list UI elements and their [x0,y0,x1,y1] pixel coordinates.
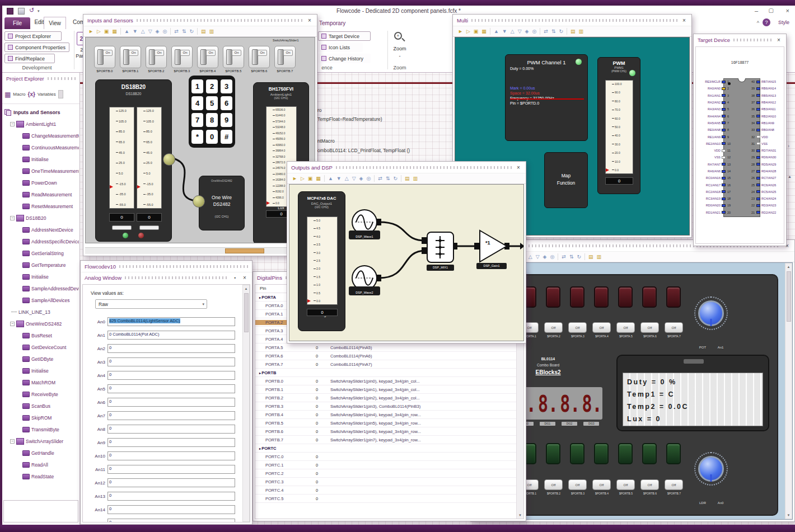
toolbar-icon[interactable]: ▥ [413,176,418,181]
keypad-key[interactable]: 3 [221,79,232,93]
toolbar-icon[interactable]: ▦ [112,29,117,34]
toolbar-icon[interactable]: △ [141,29,145,34]
toolbar-icon[interactable]: ↻ [577,255,581,260]
keypad-key[interactable]: 5 [206,96,218,110]
digital-pin-row[interactable]: PORTC.1 0 [255,461,523,469]
off-button[interactable]: Off [665,322,683,333]
pin-label-right[interactable]: RB1/AN9 [760,121,784,125]
keypad-key[interactable]: 4 [191,96,203,110]
digital-pin-row[interactable]: PORTB.6 0 SwitchArraySlider1(pin6), keyp… [255,427,523,436]
off-button[interactable]: Off [592,479,611,490]
off-button[interactable]: Off [544,322,563,333]
close-icon[interactable]: × [515,164,522,171]
pin-label-left[interactable]: RA6/AN6 [697,170,722,173]
pin-pad-icon[interactable] [722,204,726,207]
ribbon-collapse-icon[interactable]: ^ [757,20,759,26]
pin-pad-icon[interactable] [722,177,726,180]
scroll-up-icon[interactable]: ▲ [785,265,792,269]
board-vscrollbar[interactable]: ▲ ▼ [785,263,792,519]
ldr-knob[interactable] [698,456,724,482]
toolbar-icon[interactable] [567,28,567,35]
toolbar-icon[interactable]: ◈ [543,255,547,260]
digital-pin-row[interactable]: PORTC.2 0 [255,469,523,478]
pin-pad-icon[interactable] [722,156,726,159]
pin-label-right[interactable]: RC5/AN25 [760,190,784,194]
off-button[interactable]: Off [568,322,587,333]
tree-item[interactable]: − GetIDByte [3,353,79,365]
slider-switch[interactable]: On [171,46,193,68]
digital-pin-row[interactable]: PORTB.4 0 SwitchArraySlider1(pin4), keyp… [255,411,523,419]
pin-pad-icon[interactable] [722,135,726,138]
toolbar-icon[interactable] [324,175,325,182]
pin-label-right[interactable]: RC4/AN24 [760,197,784,200]
off-button[interactable]: Off [616,479,635,490]
tree-item[interactable]: − Inputs and Sensors [3,106,79,118]
tab-view[interactable]: View [44,17,66,29]
digital-pin-row[interactable]: PORTC.5 0 [255,495,523,503]
toolbar-icon[interactable]: ▦ [316,176,321,181]
zoom-minus[interactable]: - [390,53,410,59]
pin-label-right[interactable]: RB3/AN11 [760,107,784,111]
pin-label-left[interactable]: RA7/AN7 [697,163,722,166]
tab-file[interactable]: File [4,17,30,29]
pin-label-left[interactable]: RA4/AN4 [697,115,722,118]
toolbar-icon[interactable]: ◎ [366,176,371,181]
pin-label-left[interactable]: RA3/AN3 [697,107,722,111]
toolbar-icon[interactable]: ▦ [481,29,487,34]
toolbar-icon[interactable]: ◎ [550,255,554,260]
collapse-toggle-icon[interactable]: − [10,439,15,444]
tree-item[interactable]: − PowerDown [3,177,79,189]
tree-item[interactable]: − Initialise [3,153,79,165]
digital-pin-row[interactable]: PORTA.5 0 ComboBL0114(PinA5) [255,343,523,352]
keypad-key[interactable]: 2 [206,79,218,93]
tree-item[interactable]: − ReadMeasurement [3,189,79,200]
dsp-wave1-component[interactable]: DSP_Wave1 [349,209,380,239]
pin-label-right[interactable]: RB0/AN8 [760,128,784,131]
keypad-key[interactable]: 1 [191,79,203,93]
digital-pin-row[interactable]: PORTB.3 0 SwitchArraySlider1(pin3), Comb… [255,402,523,411]
toolbar-icon[interactable]: ⇅ [386,176,390,181]
toolbar-icon[interactable] [374,175,375,182]
tree-item[interactable]: − SkipROM [3,412,79,423]
tree-item[interactable]: − GetTemperature [3,259,79,271]
pin-pad-icon[interactable] [722,115,726,117]
toolbar-icon[interactable]: ▥ [597,255,602,260]
off-button[interactable]: Off [568,479,587,490]
pin-pad-icon[interactable] [756,121,760,124]
digital-pin-row[interactable]: PORTB.0 0 SwitchArraySlider1(pin0), keyp… [255,377,523,385]
keypad-key[interactable]: 0 [206,130,218,144]
collapse-toggle-icon[interactable]: − [10,122,15,126]
toolbar-icon[interactable]: ▥ [579,29,584,34]
off-button[interactable]: Off [616,322,635,333]
pin-pad-icon[interactable] [756,87,760,90]
view-values-dropdown[interactable]: Raw ▾ [95,299,207,309]
pin-label-left[interactable]: RA0/AN0 [697,87,722,90]
pin-label-left[interactable]: VSS [697,156,722,159]
pin-pad-icon[interactable] [756,156,760,159]
target-device-toggle[interactable]: Target Device [318,31,371,41]
minimize-button[interactable]: – [755,7,758,14]
pin-pad-icon[interactable] [722,81,726,83]
close-button[interactable]: × [786,7,789,14]
digital-pin-row[interactable]: PORTC.4 0 [255,486,523,495]
keypad-key[interactable]: 8 [206,113,218,127]
zoom-icon[interactable]: + [394,32,405,43]
window-caption[interactable]: Inputs and Sensors × [83,15,317,26]
tree-item[interactable]: − SampleAddressedDevice [3,283,79,294]
scroll-down-icon[interactable]: ▼ [517,514,523,517]
toolbar-icon[interactable]: ▲ [328,176,333,181]
slider-switch[interactable]: On [94,46,115,68]
tree-item[interactable]: − OneWireDS2482 [3,318,79,329]
tree-item[interactable]: − ResetMeasurement [3,200,79,212]
pin-pad-icon[interactable] [756,129,760,131]
off-button[interactable]: Off [665,479,683,490]
toolbar-icon[interactable]: ◈ [156,29,160,34]
digital-pin-row[interactable]: PORTB [255,369,523,377]
hscroll-thumb[interactable] [225,248,264,253]
pin-label-left[interactable]: RC3/AN19 [697,197,722,200]
toolbar-icon[interactable]: ▤ [201,29,206,34]
toolbar-icon[interactable]: ⇄ [544,29,548,34]
pin-pad-icon[interactable] [722,163,726,166]
keypad-key[interactable]: 7 [191,113,203,127]
toolbar-icon[interactable]: ▼ [502,29,507,34]
